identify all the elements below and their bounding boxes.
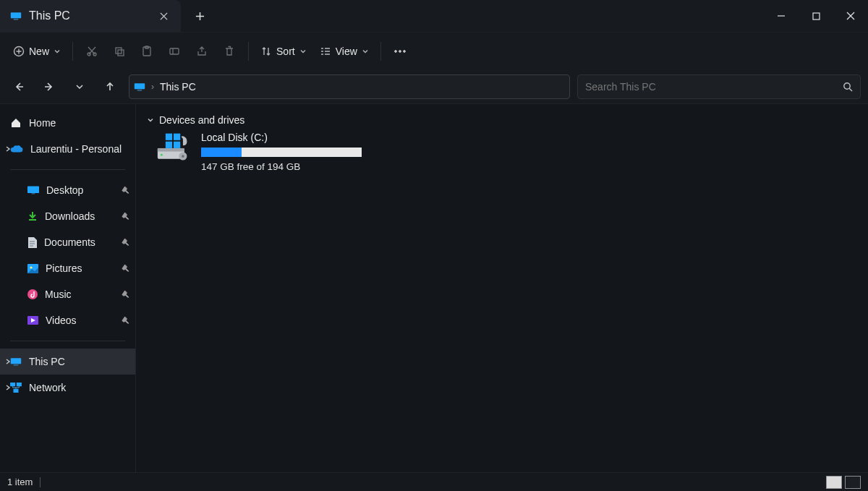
svg-rect-10 bbox=[170, 48, 179, 54]
svg-point-20 bbox=[30, 266, 32, 268]
share-button[interactable] bbox=[189, 38, 215, 64]
music-icon bbox=[27, 289, 38, 299]
close-window-button[interactable] bbox=[833, 4, 868, 27]
drive-name: Local Disk (C:) bbox=[201, 132, 362, 143]
cut-button[interactable] bbox=[79, 38, 105, 64]
videos-icon bbox=[27, 316, 38, 325]
title-bar: This PC bbox=[0, 0, 868, 32]
drive-info: Local Disk (C:) 147 GB free of 194 GB bbox=[201, 132, 362, 172]
rename-button[interactable] bbox=[161, 38, 187, 64]
refresh-button[interactable] bbox=[553, 81, 565, 93]
sidebar-item-network[interactable]: Network bbox=[0, 375, 135, 401]
tab-this-pc[interactable]: This PC bbox=[0, 0, 181, 32]
sidebar-item-label: Videos bbox=[46, 315, 114, 326]
svg-point-13 bbox=[403, 50, 405, 52]
svg-rect-32 bbox=[174, 134, 180, 140]
svg-rect-14 bbox=[135, 83, 145, 89]
expand-icon[interactable] bbox=[3, 356, 13, 367]
home-icon bbox=[10, 117, 22, 129]
sidebar-item-this-pc[interactable]: This PC bbox=[0, 349, 135, 375]
tab-close-button[interactable] bbox=[153, 6, 174, 26]
recent-locations-button[interactable] bbox=[68, 75, 91, 98]
expand-icon[interactable] bbox=[3, 144, 13, 154]
search-bar[interactable] bbox=[577, 74, 861, 99]
minimize-button[interactable] bbox=[764, 4, 799, 27]
back-button[interactable] bbox=[7, 75, 30, 98]
pin-icon bbox=[122, 262, 129, 274]
pin-icon bbox=[122, 210, 129, 222]
sidebar-item-label: Pictures bbox=[46, 262, 114, 274]
expand-icon[interactable] bbox=[3, 383, 13, 393]
document-icon bbox=[27, 237, 37, 248]
sidebar-item-label: Network bbox=[29, 382, 129, 393]
pin-icon bbox=[122, 289, 129, 300]
svg-rect-6 bbox=[116, 48, 122, 54]
tiles-view-toggle[interactable] bbox=[845, 476, 861, 489]
toolbar-separator bbox=[72, 42, 73, 61]
chevron-down-icon bbox=[362, 48, 369, 55]
svg-rect-0 bbox=[11, 12, 21, 18]
sort-button[interactable]: Sort bbox=[255, 38, 312, 64]
forward-button[interactable] bbox=[38, 75, 61, 98]
svg-rect-15 bbox=[137, 90, 142, 91]
content-pane: Devices and drives Local Disk (C:) bbox=[136, 104, 868, 472]
chevron-down-icon bbox=[146, 116, 155, 124]
new-button[interactable]: New bbox=[7, 38, 67, 64]
sidebar-item-label: Desktop bbox=[46, 184, 114, 196]
new-tab-button[interactable] bbox=[185, 1, 214, 30]
pc-icon bbox=[134, 82, 145, 91]
svg-point-36 bbox=[182, 155, 184, 158]
breadcrumb-separator: › bbox=[151, 82, 154, 92]
drive-item-local-disk-c[interactable]: Local Disk (C:) 147 GB free of 194 GB bbox=[146, 132, 858, 172]
svg-rect-34 bbox=[174, 142, 180, 148]
up-button[interactable] bbox=[98, 75, 122, 98]
drive-usage-bar bbox=[201, 148, 362, 157]
delete-button[interactable] bbox=[216, 38, 242, 64]
copy-button[interactable] bbox=[106, 38, 132, 64]
address-row: › This PC bbox=[0, 69, 868, 104]
view-button[interactable]: View bbox=[314, 38, 375, 64]
search-icon bbox=[843, 82, 853, 92]
download-icon bbox=[27, 211, 38, 221]
sort-label: Sort bbox=[276, 46, 295, 57]
status-item-count: 1 item bbox=[7, 477, 33, 487]
sidebar-item-label: Downloads bbox=[45, 210, 114, 222]
svg-rect-24 bbox=[14, 364, 18, 366]
address-bar[interactable]: › This PC bbox=[129, 74, 570, 99]
breadcrumb-this-pc[interactable]: This PC bbox=[160, 81, 196, 93]
details-view-toggle[interactable] bbox=[826, 476, 842, 489]
svg-rect-33 bbox=[166, 142, 172, 148]
group-header-devices[interactable]: Devices and drives bbox=[146, 114, 858, 126]
sidebar-item-desktop[interactable]: Desktop bbox=[0, 177, 135, 203]
window-controls bbox=[764, 4, 868, 27]
group-header-label: Devices and drives bbox=[159, 114, 244, 126]
sidebar-item-downloads[interactable]: Downloads bbox=[0, 203, 135, 229]
sidebar-item-label: Laurentiu - Personal bbox=[30, 143, 129, 155]
sidebar-item-documents[interactable]: Documents bbox=[0, 229, 135, 255]
toolbar-separator bbox=[380, 42, 381, 61]
svg-rect-2 bbox=[813, 13, 820, 20]
sidebar-item-label: Documents bbox=[44, 236, 114, 248]
svg-rect-18 bbox=[32, 193, 35, 195]
sidebar-item-videos[interactable]: Videos bbox=[0, 307, 135, 333]
svg-rect-27 bbox=[14, 389, 19, 393]
more-button[interactable] bbox=[387, 38, 413, 64]
paste-button[interactable] bbox=[134, 38, 160, 64]
sidebar-item-music[interactable]: Music bbox=[0, 281, 135, 307]
svg-rect-31 bbox=[166, 134, 172, 140]
new-button-label: New bbox=[29, 46, 49, 57]
svg-point-16 bbox=[844, 82, 850, 88]
status-separator bbox=[40, 477, 41, 487]
pin-icon bbox=[122, 315, 129, 326]
toolbar-separator bbox=[248, 42, 249, 61]
address-history-button[interactable] bbox=[540, 82, 549, 91]
sidebar-item-home[interactable]: Home bbox=[0, 110, 135, 136]
maximize-button[interactable] bbox=[799, 4, 833, 27]
sidebar-separator bbox=[10, 169, 125, 170]
sidebar-item-pictures[interactable]: Pictures bbox=[0, 255, 135, 281]
tab-title: This PC bbox=[29, 9, 70, 22]
sidebar-item-label: This PC bbox=[29, 356, 129, 367]
drive-usage-fill bbox=[201, 148, 242, 157]
sidebar-item-onedrive[interactable]: Laurentiu - Personal bbox=[0, 136, 135, 162]
search-input[interactable] bbox=[585, 81, 843, 93]
